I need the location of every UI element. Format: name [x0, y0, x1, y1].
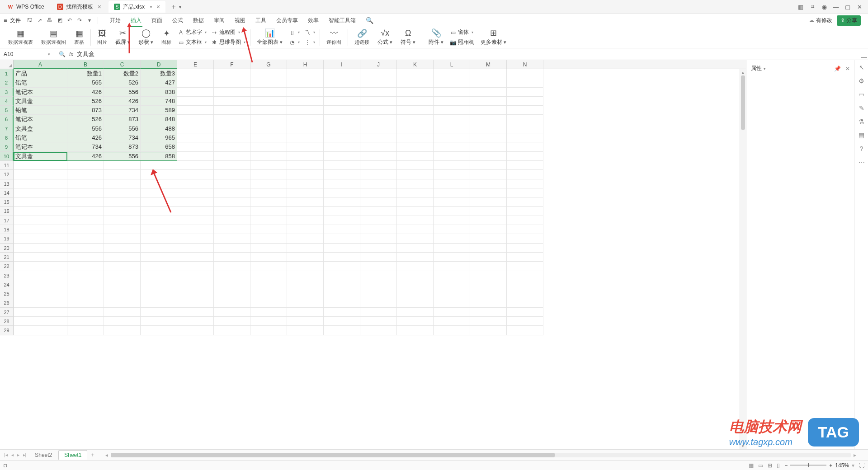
cell[interactable]	[324, 207, 360, 216]
row-header[interactable]: 18	[0, 225, 14, 234]
cell[interactable]	[397, 308, 434, 317]
cell[interactable]	[470, 78, 507, 87]
cell[interactable]	[287, 78, 324, 87]
cell[interactable]	[397, 142, 434, 151]
cell[interactable]	[360, 197, 397, 207]
cell[interactable]	[177, 216, 214, 225]
cell[interactable]: 526	[104, 78, 141, 87]
zoom-value[interactable]: 145%	[835, 462, 849, 469]
view-read-icon[interactable]: ▯	[777, 462, 780, 469]
cell[interactable]	[177, 142, 214, 151]
cell[interactable]	[470, 142, 507, 151]
row-header[interactable]: 23	[0, 271, 14, 280]
cell[interactable]	[177, 170, 214, 179]
textbox-button[interactable]: ▭文本框▾	[178, 38, 207, 47]
cell[interactable]	[14, 271, 67, 280]
layout-tool-icon[interactable]: ▭	[859, 91, 864, 98]
cell[interactable]	[360, 262, 397, 271]
cell[interactable]	[14, 326, 67, 335]
row-header[interactable]: 4	[0, 97, 14, 106]
cell[interactable]	[177, 253, 214, 262]
sheet-tab[interactable]: Sheet1	[58, 450, 87, 460]
cell[interactable]	[214, 106, 250, 115]
row-header[interactable]: 22	[0, 262, 14, 271]
cell[interactable]	[177, 197, 214, 207]
cell[interactable]	[470, 253, 507, 262]
form-control-button[interactable]: ▭窗体▾	[450, 28, 474, 37]
cell[interactable]: 965	[141, 133, 177, 142]
cell[interactable]	[507, 326, 543, 335]
cell[interactable]	[177, 280, 214, 289]
cell[interactable]	[360, 97, 397, 106]
cell[interactable]	[470, 97, 507, 106]
more-assets-button[interactable]: ⊞更多素材 ▾	[477, 28, 510, 47]
row-header[interactable]: 25	[0, 289, 14, 298]
cell[interactable]	[324, 115, 360, 124]
cell[interactable]	[177, 326, 214, 335]
cell[interactable]: 734	[67, 142, 104, 151]
icons-button[interactable]: ✦图标	[158, 28, 175, 47]
cell[interactable]	[507, 317, 543, 326]
cell[interactable]	[214, 308, 250, 317]
cell[interactable]	[324, 253, 360, 262]
col-header-I[interactable]: I	[324, 60, 360, 69]
cell[interactable]	[177, 69, 214, 78]
cell[interactable]	[287, 170, 324, 179]
cell[interactable]: 526	[67, 115, 104, 124]
cell[interactable]	[214, 280, 250, 289]
close-window-button[interactable]: ✕	[854, 2, 864, 12]
cell[interactable]	[214, 216, 250, 225]
cell[interactable]	[397, 216, 434, 225]
cell[interactable]	[250, 133, 287, 142]
cell[interactable]	[177, 115, 214, 124]
cell[interactable]	[360, 234, 397, 243]
cell[interactable]	[397, 106, 434, 115]
cell[interactable]	[214, 78, 250, 87]
cell[interactable]	[141, 197, 177, 207]
cell[interactable]	[177, 88, 214, 97]
cell[interactable]	[397, 133, 434, 142]
cell[interactable]	[360, 179, 397, 188]
cell[interactable]	[214, 97, 250, 106]
first-sheet-icon[interactable]: |◂	[3, 452, 9, 457]
cell[interactable]	[250, 115, 287, 124]
cell[interactable]	[250, 326, 287, 335]
cell[interactable]	[250, 97, 287, 106]
cell[interactable]	[507, 234, 543, 243]
cell[interactable]: 数量2	[104, 69, 141, 78]
cell[interactable]	[434, 161, 470, 170]
cell[interactable]	[177, 308, 214, 317]
hscroll-thumb[interactable]	[111, 453, 555, 457]
cell[interactable]	[177, 225, 214, 234]
cell[interactable]	[470, 152, 507, 161]
cell[interactable]	[360, 326, 397, 335]
cell[interactable]	[287, 106, 324, 115]
cell[interactable]	[434, 142, 470, 151]
cell[interactable]	[287, 271, 324, 280]
app-tab-wps[interactable]: W WPS Office	[2, 1, 50, 13]
cell[interactable]	[214, 225, 250, 234]
cell[interactable]	[177, 188, 214, 197]
cell[interactable]	[67, 271, 104, 280]
cell[interactable]	[67, 161, 104, 170]
cell[interactable]	[177, 207, 214, 216]
row-header[interactable]: 7	[0, 124, 14, 133]
row-header[interactable]: 5	[0, 106, 14, 115]
cell[interactable]	[287, 216, 324, 225]
cell[interactable]	[470, 161, 507, 170]
col-header-H[interactable]: H	[287, 60, 324, 69]
cell[interactable]	[360, 124, 397, 133]
col-header-M[interactable]: M	[470, 60, 507, 69]
cell[interactable]	[507, 207, 543, 216]
cell[interactable]	[470, 271, 507, 280]
cell[interactable]	[250, 289, 287, 298]
cell[interactable]: 文具盒	[14, 97, 67, 106]
cell[interactable]	[14, 207, 67, 216]
attachment-button[interactable]: 📎附件 ▾	[425, 28, 447, 47]
cell[interactable]	[360, 78, 397, 87]
cell[interactable]	[141, 170, 177, 179]
cell[interactable]	[507, 124, 543, 133]
cell[interactable]	[360, 115, 397, 124]
cell[interactable]	[67, 289, 104, 298]
fx-icon[interactable]: fx	[69, 51, 73, 57]
